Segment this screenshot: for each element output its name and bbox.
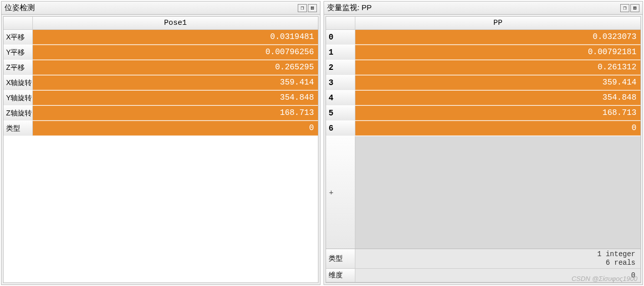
row-value[interactable]: 0.00796256 [33,45,318,60]
row-value[interactable]: 0.261312 [355,60,640,75]
right-grid: 0 0.0323073 1 0.00792181 2 0.261312 3 35… [326,30,640,136]
row-label[interactable]: Z平移 [4,60,33,75]
row-value[interactable]: 0 [33,121,318,136]
table-row: Y轴旋转 354.848 [4,91,318,106]
pose-detection-panel: 位姿检测 ❐ ⊠ Pose1 X平移 0.0319481 Y平移 0.00796… [1,1,320,285]
left-grid: X平移 0.0319481 Y平移 0.00796256 Z平移 0.26529… [4,30,318,136]
table-row: 类型 0 [4,121,318,136]
close-icon[interactable]: ⊠ [630,4,639,12]
summary-type-value[interactable]: 1 integer 6 reals [355,249,640,268]
right-panel-title: 变量监视: PP [327,3,372,13]
row-label[interactable]: Z轴旋转 [4,106,33,120]
row-value[interactable]: 0.265295 [33,60,318,75]
row-value[interactable]: 168.713 [355,106,640,120]
table-row: 0 0.0323073 [326,30,640,45]
right-content: 0 0.0323073 1 0.00792181 2 0.261312 3 35… [326,30,640,282]
table-row: 1 0.00792181 [326,45,640,60]
summary-type-label[interactable]: 类型 [326,249,355,268]
table-row: 3 359.414 [326,75,640,91]
right-header-spacer [326,17,355,29]
table-row: Y平移 0.00796256 [4,45,318,60]
row-label[interactable]: Y轴旋转 [4,91,33,105]
right-header-label[interactable]: PP [355,17,640,29]
table-row: Z平移 0.265295 [4,60,318,75]
row-value[interactable]: 359.414 [355,75,640,90]
row-value[interactable]: 0.0323073 [355,30,640,45]
row-value[interactable]: 0.0319481 [33,30,318,45]
right-titlebar-buttons: ❐ ⊠ [620,4,639,12]
row-value[interactable]: 359.414 [33,75,318,90]
left-titlebar-buttons: ❐ ⊠ [298,4,317,12]
maximize-icon[interactable]: ❐ [620,4,629,12]
summary-type-line2: 6 reals [606,259,635,267]
right-panel-body: PP 0 0.0323073 1 0.00792181 2 0.261312 3 [326,16,641,283]
left-header-spacer [4,17,33,29]
plus-button[interactable]: + [326,136,355,249]
plus-row: + [326,136,640,249]
table-row: X轴旋转 359.414 [4,75,318,91]
right-titlebar: 变量监视: PP ❐ ⊠ [324,2,642,15]
row-label[interactable]: 类型 [4,121,33,136]
row-label[interactable]: X平移 [4,30,33,45]
summary-area: 类型 1 integer 6 reals 维度 0 [326,249,640,282]
row-value[interactable]: 0 [355,121,640,136]
table-row: 4 354.848 [326,91,640,106]
maximize-icon[interactable]: ❐ [298,4,307,12]
close-icon[interactable]: ⊠ [308,4,317,12]
summary-dim-label[interactable]: 维度 [326,269,355,282]
left-panel-title: 位姿检测 [5,3,35,13]
row-label[interactable]: 1 [326,45,355,60]
left-header-row: Pose1 [4,17,318,30]
left-panel-body: Pose1 X平移 0.0319481 Y平移 0.00796256 Z平移 0… [3,16,318,283]
left-titlebar: 位姿检测 ❐ ⊠ [2,2,320,15]
row-label[interactable]: 6 [326,121,355,136]
right-header-row: PP [326,17,640,30]
left-blank-area [4,136,318,282]
row-label[interactable]: X轴旋转 [4,75,33,90]
row-label[interactable]: 2 [326,60,355,75]
summary-type-line1: 1 integer [597,250,635,259]
row-value[interactable]: 354.848 [355,91,640,105]
table-row: 6 0 [326,121,640,136]
summary-dim-row: 维度 0 [326,269,640,282]
row-value[interactable]: 354.848 [33,91,318,105]
table-row: X平移 0.0319481 [4,30,318,45]
table-row: Z轴旋转 168.713 [4,106,318,121]
summary-type-row: 类型 1 integer 6 reals [326,249,640,269]
variable-monitor-panel: 变量监视: PP ❐ ⊠ PP 0 0.0323073 1 0.00792181… [324,1,643,285]
row-label[interactable]: 4 [326,91,355,105]
left-header-label[interactable]: Pose1 [33,17,318,29]
row-label[interactable]: 3 [326,75,355,90]
table-row: 5 168.713 [326,106,640,121]
table-row: 2 0.261312 [326,60,640,75]
row-value[interactable]: 0.00792181 [355,45,640,60]
row-label[interactable]: 5 [326,106,355,120]
row-label[interactable]: Y平移 [4,45,33,60]
row-label[interactable]: 0 [326,30,355,45]
summary-dim-value[interactable]: 0 [355,269,640,282]
row-value[interactable]: 168.713 [33,106,318,120]
